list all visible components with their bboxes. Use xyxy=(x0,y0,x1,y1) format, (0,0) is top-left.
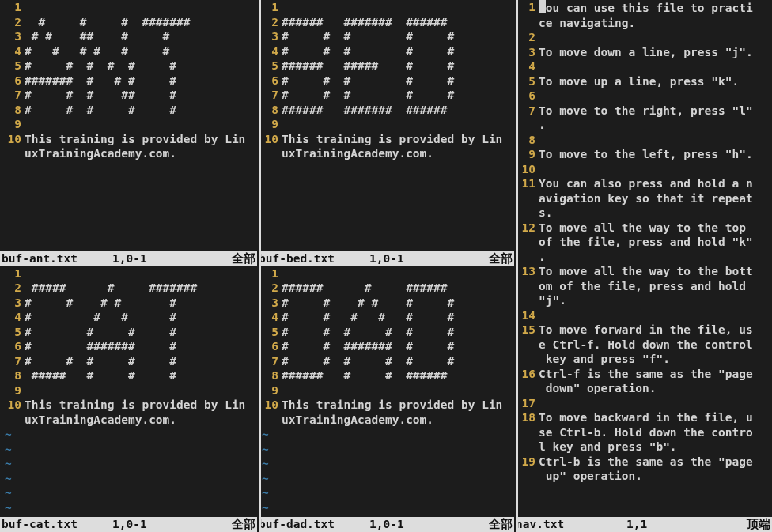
line-number: 16 xyxy=(518,367,535,382)
line-number: 3 xyxy=(518,45,535,60)
line-content xyxy=(535,133,539,148)
line-content: To move down a line, press "j". xyxy=(535,45,753,60)
line-content: To move up a line, press "k". xyxy=(535,74,739,89)
line-content: You can use this file to practi xyxy=(535,0,753,16)
empty-line: ~ xyxy=(4,456,257,471)
text-line: 6# # # # # xyxy=(261,74,514,89)
text-line: 2 xyxy=(518,30,772,45)
line-number: 5 xyxy=(261,58,278,74)
line-content: # # # # # xyxy=(21,103,176,118)
line-number: 1 xyxy=(261,266,278,281)
empty-line: ~ xyxy=(4,515,257,517)
text-line: 10This training is provided by Lin xyxy=(4,132,257,147)
line-content: # # # # # # xyxy=(21,58,176,74)
text-line: avigation key so that it repeat xyxy=(518,191,772,206)
line-content: # # # # # xyxy=(278,29,454,44)
text-line: 8###### ####### ###### xyxy=(261,103,514,118)
line-content: l key and press "b". xyxy=(535,440,677,455)
line-content xyxy=(278,117,282,132)
line-number xyxy=(518,191,535,206)
line-number: 1 xyxy=(4,266,21,281)
line-content: ####### # # # # xyxy=(21,74,176,89)
line-number xyxy=(518,425,535,440)
text-line: 18To move backward in the file, u xyxy=(518,410,772,425)
text-line: uxTrainingAcademy.com. xyxy=(4,146,257,161)
line-number: 8 xyxy=(4,103,21,118)
text-line: 2 # # # ####### xyxy=(4,15,257,30)
text-line: 7# # # # # xyxy=(4,354,257,369)
line-number: 2 xyxy=(261,281,278,296)
line-number: 10 xyxy=(4,398,21,413)
line-content: key and press "f". xyxy=(535,352,670,367)
tilde-marker: ~ xyxy=(261,456,269,471)
line-content: s. xyxy=(535,206,552,221)
line-content: # # # ####### xyxy=(21,15,191,30)
line-content xyxy=(535,162,539,177)
text-line: 12To move all the way to the top xyxy=(518,221,772,236)
line-number: 9 xyxy=(261,383,278,398)
vertical-separator[interactable] xyxy=(257,0,261,532)
vertical-separator[interactable] xyxy=(514,0,518,532)
status-position: 1,1 xyxy=(626,517,713,532)
line-number xyxy=(518,279,535,294)
empty-line: ~ xyxy=(261,471,514,486)
line-content: "j". xyxy=(535,293,566,308)
empty-line: ~ xyxy=(261,427,514,442)
pane-ant[interactable]: 12 # # # #######3 # # ## # #4# # # # # #… xyxy=(0,0,257,251)
empty-line: ~ xyxy=(4,485,257,500)
text-line: 9 xyxy=(261,383,514,398)
text-line: 10This training is provided by Lin xyxy=(4,398,257,413)
line-content: # # # # # xyxy=(21,354,176,369)
text-line: 13To move all the way to the bott xyxy=(518,264,772,279)
text-line: s. xyxy=(518,206,772,221)
tilde-marker: ~ xyxy=(261,442,269,457)
line-number: 6 xyxy=(261,74,278,89)
line-number: 8 xyxy=(261,103,278,118)
line-content: . xyxy=(535,118,546,133)
line-number: 6 xyxy=(4,74,21,89)
line-content: # # # ## # xyxy=(21,88,176,103)
text-line: 2###### # ###### xyxy=(261,281,514,296)
text-line: 3# # # # # xyxy=(261,29,514,44)
text-line: 1 xyxy=(4,0,257,15)
text-line: 4# # # # # # xyxy=(4,44,257,59)
line-number: 4 xyxy=(4,44,21,59)
line-number: 12 xyxy=(518,221,535,236)
line-number xyxy=(518,206,535,221)
empty-line: ~ xyxy=(4,471,257,486)
status-filename: buf-cat.txt xyxy=(2,517,112,532)
text-line: 8###### # # ###### xyxy=(261,368,514,383)
line-content: om of the file, press and hold xyxy=(535,279,753,294)
empty-line: ~ xyxy=(261,442,514,457)
line-content: ##### # ####### xyxy=(21,281,197,296)
empty-line: ~ xyxy=(261,456,514,471)
line-content: This training is provided by Lin xyxy=(21,132,245,147)
line-content xyxy=(535,89,539,104)
text-line: 1You can use this file to practi xyxy=(518,0,772,16)
text-line: uxTrainingAcademy.com. xyxy=(261,146,514,161)
pane-bed[interactable]: 12###### ####### ######3# # # # #4# # # … xyxy=(257,0,514,251)
status-position: 1,0-1 xyxy=(369,251,456,266)
line-content: e Ctrl-f. Hold down the control xyxy=(535,338,753,353)
line-content xyxy=(535,30,539,45)
line-number xyxy=(261,413,278,428)
line-content: # # ####### # # xyxy=(278,339,454,354)
text-line: 8# # # # # xyxy=(4,103,257,118)
text-line: se Ctrl-b. Hold down the contro xyxy=(518,425,772,440)
pane-dad[interactable]: 12###### # ######3# # # # # #4# # # # # … xyxy=(257,266,514,518)
line-content: This training is provided by Lin xyxy=(278,132,502,147)
pane-nav[interactable]: 1You can use this file to practice navig… xyxy=(514,0,772,517)
pane-cat[interactable]: 12 ##### # #######3# # # # #4# # # #5# #… xyxy=(0,266,257,518)
tilde-marker: ~ xyxy=(261,471,269,486)
line-content: # # # # xyxy=(21,310,176,325)
line-number: 3 xyxy=(261,29,278,44)
tilde-marker: ~ xyxy=(4,471,12,486)
line-number: 14 xyxy=(518,308,535,323)
line-number xyxy=(518,16,535,31)
right-column: 1You can use this file to practice navig… xyxy=(514,0,772,532)
line-content: of the file, press and hold "k" xyxy=(535,235,753,250)
cursor xyxy=(539,0,546,13)
line-content: To move backward in the file, u xyxy=(535,410,753,425)
status-filename: nav.txt xyxy=(516,517,626,532)
line-number xyxy=(4,146,21,161)
